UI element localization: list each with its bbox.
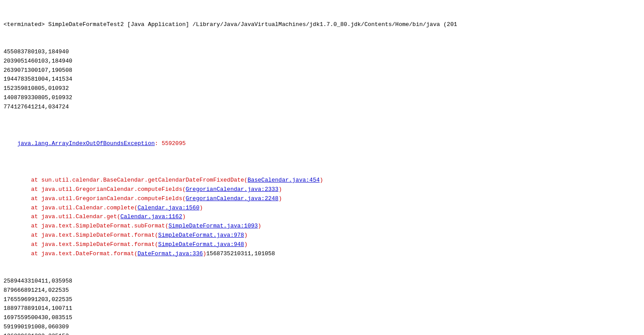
- stack-frame-prefix: at java.util.GregorianCalendar.computeFi…: [4, 186, 185, 193]
- stack-frame-suffix: ): [200, 205, 203, 211]
- header-line: <terminated> SimpleDateFormateTest2 [Jav…: [4, 20, 640, 30]
- stack-frame-prefix: at java.util.GregorianCalendar.computeFi…: [4, 195, 185, 202]
- data-line: 879666891214,022535: [4, 286, 640, 295]
- stack-frame-prefix: at sun.util.calendar.BaseCalendar.getCal…: [4, 177, 248, 183]
- stack-frame: at java.util.GregorianCalendar.computeFi…: [4, 194, 640, 204]
- exception-type[interactable]: java.lang.ArrayIndexOutOfBoundsException: [17, 140, 155, 147]
- stack-frame-suffix: ): [258, 223, 261, 229]
- data-line: 152359810805,010932: [4, 84, 640, 93]
- stack-frame-prefix: at java.util.Calendar.get(: [4, 213, 120, 220]
- stack-frame-link[interactable]: DateFormat.java:336: [137, 250, 203, 257]
- stack-frame-suffix: ): [320, 177, 323, 183]
- data-line: 1765596991203,022535: [4, 295, 640, 305]
- data-line: 455083780103,184940: [4, 48, 640, 57]
- stack-frame-link[interactable]: GregorianCalendar.java:2333: [185, 186, 278, 193]
- data-lines-after: 2589443310411,035958879666891214,0225351…: [4, 277, 640, 335]
- stack-frame-prefix: at java.text.SimpleDateFormat.subFormat(: [4, 223, 168, 229]
- data-line: 1697559500430,083515: [4, 313, 640, 323]
- exception-line: java.lang.ArrayIndexOutOfBoundsException…: [4, 130, 640, 157]
- inline-data: 1568735210311,101058: [206, 250, 275, 257]
- stack-frame-prefix: at java.text.SimpleDateFormat.format(: [4, 232, 158, 238]
- data-line: 1889778891014,100711: [4, 304, 640, 313]
- stack-frame-suffix: ): [244, 232, 248, 238]
- stack-frame-suffix: ): [278, 195, 282, 202]
- data-line: 136809621202,235153: [4, 332, 640, 335]
- stack-frame-link[interactable]: SimpleDateFormat.java:948: [158, 241, 244, 248]
- stack-frames: at sun.util.calendar.BaseCalendar.getCal…: [4, 176, 640, 258]
- data-lines-before: 455083780103,1849402039051460103,1849402…: [4, 48, 640, 112]
- stack-frame-prefix: at java.text.SimpleDateFormat.format(: [4, 241, 158, 248]
- stack-frame: at java.text.SimpleDateFormat.format(Sim…: [4, 231, 640, 240]
- data-line: 774127641214,034724: [4, 103, 640, 112]
- data-line: 591990191008,060309: [4, 323, 640, 332]
- stack-frame: at java.util.GregorianCalendar.computeFi…: [4, 185, 640, 194]
- console-output: <terminated> SimpleDateFormateTest2 [Jav…: [0, 0, 644, 335]
- data-line: 2589443310411,035958: [4, 277, 640, 286]
- stack-frame: at java.text.SimpleDateFormat.subFormat(…: [4, 222, 640, 231]
- stack-frame-suffix: ): [244, 241, 248, 248]
- stack-frame-link[interactable]: GregorianCalendar.java:2248: [185, 195, 278, 202]
- stack-frame: at java.util.Calendar.get(Calendar.java:…: [4, 212, 640, 222]
- exception-message: : 5592095: [155, 140, 185, 147]
- data-line: 1944783581004,141534: [4, 75, 640, 84]
- data-line: 2639071300107,190508: [4, 66, 640, 75]
- stack-frame-suffix: ): [182, 213, 186, 220]
- stack-frame-prefix: at java.text.DateFormat.format(: [4, 250, 137, 257]
- stack-frame: at sun.util.calendar.BaseCalendar.getCal…: [4, 176, 640, 185]
- stack-frame: at java.text.SimpleDateFormat.format(Sim…: [4, 240, 640, 249]
- data-line: 1408789330805,010932: [4, 93, 640, 103]
- stack-frame: at java.text.DateFormat.format(DateForma…: [4, 249, 640, 259]
- stack-frame-link[interactable]: SimpleDateFormat.java:1093: [168, 223, 258, 229]
- stack-frame-link[interactable]: Calendar.java:1162: [120, 213, 182, 220]
- data-line: 2039051460103,184940: [4, 57, 640, 66]
- stack-frame-link[interactable]: BaseCalendar.java:454: [248, 177, 320, 183]
- stack-frame-link[interactable]: SimpleDateFormat.java:978: [158, 232, 244, 238]
- stack-frame-prefix: at java.util.Calendar.complete(: [4, 205, 137, 211]
- stack-frame: at java.util.Calendar.complete(Calendar.…: [4, 204, 640, 213]
- stack-frame-suffix: ): [278, 186, 282, 193]
- stack-frame-link[interactable]: Calendar.java:1560: [137, 205, 199, 211]
